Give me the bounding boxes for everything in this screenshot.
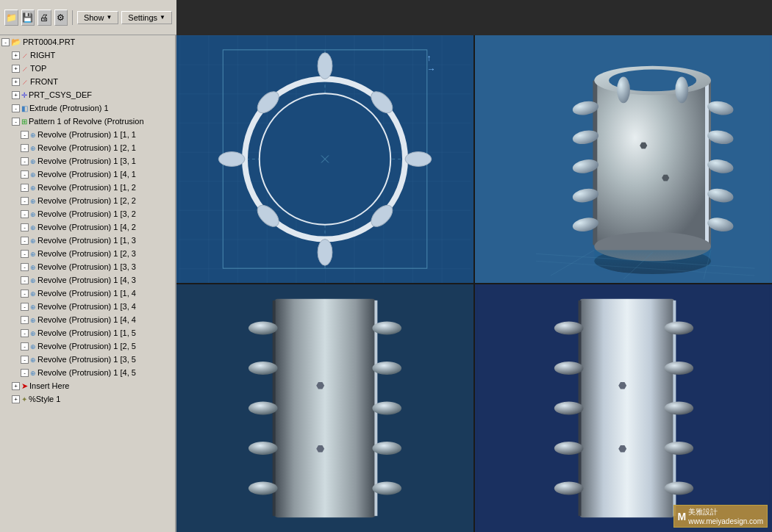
viewport-top-left[interactable]: ↑ →: [176, 35, 473, 283]
tree-item-r41[interactable]: -⊕Revolve (Protrusion) 1 [4, 1: [0, 168, 175, 181]
expand-top[interactable]: +: [12, 65, 20, 73]
plane-icon: ⟋: [21, 78, 29, 86]
svg-point-10: [405, 152, 432, 167]
expand-right[interactable]: +: [12, 51, 20, 60]
revolve-icon: ⊕: [30, 330, 36, 337]
expand-r34[interactable]: -: [21, 303, 29, 311]
expand-r44[interactable]: -: [21, 316, 29, 324]
settings-button[interactable]: Settings ▼: [121, 11, 172, 24]
toolbar-icon-2[interactable]: 💾: [21, 10, 35, 26]
tree-label-extrude: Extrude (Protrusion) 1: [29, 104, 109, 112]
tree-item-r34[interactable]: -⊕Revolve (Protrusion) 1 [3, 4: [0, 300, 175, 313]
expand-r21[interactable]: -: [21, 144, 29, 152]
tree-item-r32[interactable]: -⊕Revolve (Protrusion) 1 [3, 2: [0, 207, 175, 220]
expand-r41[interactable]: -: [21, 170, 29, 179]
tree-root[interactable]: - 📂 PRT0004.PRT: [0, 35, 175, 48]
expand-r14[interactable]: -: [21, 290, 29, 298]
expand-extrude[interactable]: -: [12, 104, 20, 112]
tree-item-r14[interactable]: -⊕Revolve (Protrusion) 1 [1, 4: [0, 287, 175, 300]
expand-r45[interactable]: -: [21, 369, 29, 377]
tree-item-r43[interactable]: -⊕Revolve (Protrusion) 1 [4, 3: [0, 273, 175, 287]
tree-item-r22[interactable]: -⊕Revolve (Protrusion) 1 [2, 2: [0, 194, 175, 207]
expand-front[interactable]: +: [12, 78, 20, 86]
tree-item-r23[interactable]: -⊕Revolve (Protrusion) 1 [2, 3: [0, 247, 175, 260]
tree-item-csys[interactable]: +✛PRT_CSYS_DEF: [0, 88, 175, 101]
tree-label-r13: Revolve (Protrusion) 1 [1, 3: [37, 236, 136, 245]
svg-point-60: [372, 482, 401, 495]
revolve-icon: ⊕: [30, 158, 36, 165]
expand-r23[interactable]: -: [21, 250, 29, 258]
expand-r42[interactable]: -: [21, 223, 29, 231]
tree-item-r12[interactable]: -⊕Revolve (Protrusion) 1 [1, 2: [0, 181, 175, 194]
svg-point-74: [665, 402, 694, 415]
tree-expand-root[interactable]: -: [1, 38, 10, 46]
svg-point-56: [372, 322, 401, 335]
toolbar-icon-1[interactable]: 📁: [4, 10, 18, 26]
viewport-bottom-right[interactable]: ⬣ ⬣ M 美雅設計 www.meiyadesign.com: [475, 284, 772, 532]
tree-label-r15: Revolve (Protrusion) 1 [1, 5: [37, 328, 136, 337]
tree-item-r42[interactable]: -⊕Revolve (Protrusion) 1 [4, 2: [0, 220, 175, 234]
svg-rect-48: [274, 299, 376, 517]
tree-item-r44[interactable]: -⊕Revolve (Protrusion) 1 [4, 4: [0, 313, 175, 326]
model-tree-panel[interactable]: - 📂 PRT0004.PRT +⟋RIGHT+⟋TOP+⟋FRONT+✛PRT…: [0, 35, 176, 532]
svg-point-57: [372, 362, 401, 375]
svg-point-67: [554, 322, 584, 335]
expand-r43[interactable]: -: [21, 276, 29, 284]
tree-label-r43: Revolve (Protrusion) 1 [4, 3: [37, 276, 136, 284]
tree-item-extrude[interactable]: -◧Extrude (Protrusion) 1: [0, 101, 175, 115]
tree-label-r11: Revolve (Protrusion) 1 [1, 1: [37, 130, 136, 139]
toolbar-icon-3[interactable]: 🖨: [37, 10, 51, 26]
tree-label-r12: Revolve (Protrusion) 1 [1, 2: [37, 183, 136, 192]
expand-r22[interactable]: -: [21, 197, 29, 205]
tree-item-right[interactable]: +⟋RIGHT: [0, 48, 175, 62]
expand-r11[interactable]: -: [21, 131, 29, 139]
tree-label-r35: Revolve (Protrusion) 1 [3, 5: [37, 355, 136, 364]
revolve-icon: ⊕: [30, 211, 36, 218]
expand-r35[interactable]: -: [21, 356, 29, 364]
expand-r32[interactable]: -: [21, 210, 29, 218]
tree-item-front[interactable]: +⟋FRONT: [0, 75, 175, 88]
revolve-icon: ⊕: [30, 303, 36, 311]
expand-r25[interactable]: -: [21, 342, 29, 351]
tree-item-top[interactable]: +⟋TOP: [0, 62, 175, 75]
tree-item-r25[interactable]: -⊕Revolve (Protrusion) 1 [2, 5: [0, 339, 175, 353]
svg-point-59: [372, 442, 401, 455]
tree-item-insert[interactable]: +➤Insert Here: [0, 379, 175, 392]
expand-r12[interactable]: -: [21, 184, 29, 192]
show-button[interactable]: Show ▼: [77, 11, 118, 24]
expand-r13[interactable]: -: [21, 237, 29, 245]
tree-item-r11[interactable]: -⊕Revolve (Protrusion) 1 [1, 1: [0, 128, 175, 141]
expand-style[interactable]: +: [12, 395, 20, 403]
viewport-area: ↑ →: [176, 35, 772, 532]
tree-label-csys: PRT_CSYS_DEF: [29, 90, 92, 99]
svg-text:⬣: ⬣: [316, 443, 325, 454]
expand-r15[interactable]: -: [21, 329, 29, 337]
expand-insert[interactable]: +: [12, 382, 20, 390]
svg-text:⬣: ⬣: [618, 380, 627, 391]
expand-pattern[interactable]: -: [12, 118, 20, 126]
tree-items-container: +⟋RIGHT+⟋TOP+⟋FRONT+✛PRT_CSYS_DEF-◧Extru…: [0, 48, 175, 406]
toolbar-icon-4[interactable]: ⚙: [54, 10, 68, 26]
revolve-icon: ⊕: [30, 251, 36, 258]
tree-item-r15[interactable]: -⊕Revolve (Protrusion) 1 [1, 5: [0, 326, 175, 339]
tree-item-r35[interactable]: -⊕Revolve (Protrusion) 1 [3, 5: [0, 353, 175, 366]
tree-item-r21[interactable]: -⊕Revolve (Protrusion) 1 [2, 1: [0, 141, 175, 154]
tree-item-r45[interactable]: -⊕Revolve (Protrusion) 1 [4, 5: [0, 366, 175, 379]
tree-item-r33[interactable]: -⊕Revolve (Protrusion) 1 [3, 3: [0, 260, 175, 273]
tree-label-r42: Revolve (Protrusion) 1 [4, 2: [37, 223, 136, 231]
revolve-icon: ⊕: [30, 171, 36, 179]
watermark: M 美雅設計 www.meiyadesign.com: [673, 505, 768, 528]
viewport-top-right[interactable]: ⬣ ⬣: [475, 35, 772, 283]
viewport-bottom-left[interactable]: ⬣ ⬣: [176, 284, 473, 532]
expand-r31[interactable]: -: [21, 157, 29, 165]
tree-item-r31[interactable]: -⊕Revolve (Protrusion) 1 [3, 1: [0, 154, 175, 168]
tree-item-style[interactable]: +✦%Style 1: [0, 392, 175, 406]
svg-point-37: [617, 76, 630, 103]
svg-point-69: [554, 402, 584, 415]
tree-label-top: TOP: [30, 64, 46, 73]
expand-r33[interactable]: -: [21, 263, 29, 271]
tree-item-r13[interactable]: -⊕Revolve (Protrusion) 1 [1, 3: [0, 234, 175, 247]
expand-csys[interactable]: +: [12, 91, 20, 99]
revolve-icon: ⊕: [30, 277, 36, 284]
tree-item-pattern[interactable]: -⊞Pattern 1 of Revolve (Protrusion: [0, 115, 175, 128]
